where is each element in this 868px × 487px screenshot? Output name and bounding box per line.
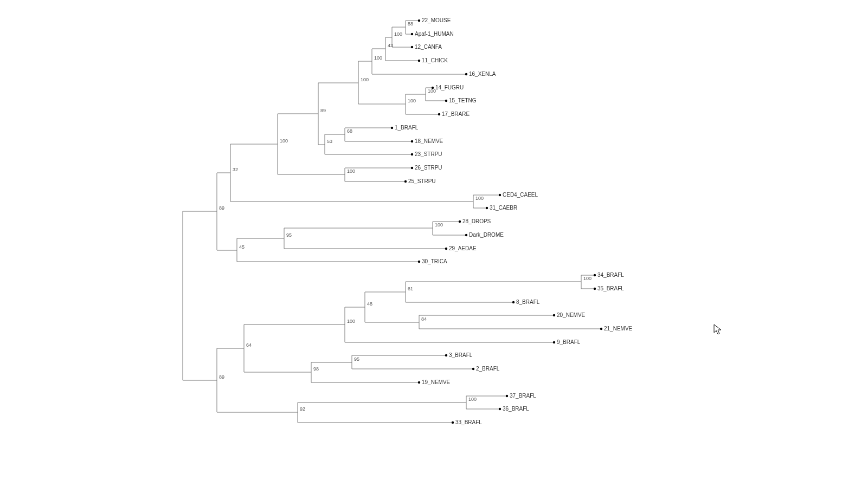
tree-branch (352, 355, 446, 362)
support-value: 100 (394, 31, 402, 37)
leaf-dot (411, 167, 413, 169)
support-value: 100 (583, 276, 591, 281)
leaf-label: Dark_DROME (469, 232, 504, 238)
tree-branch (183, 296, 217, 380)
leaf-dot (418, 60, 420, 62)
leaf-label: 20_NEMVE (557, 312, 586, 318)
leaf-dot (465, 73, 467, 75)
leaf-dot (499, 194, 501, 196)
leaf-label: 23_STRPU (415, 151, 442, 157)
tree-branch (406, 292, 513, 302)
phylogenetic-tree: 8810043100100100100685389100100100321009… (0, 0, 868, 487)
leaf-dot (594, 274, 596, 276)
tree-branch (426, 94, 446, 101)
leaf-dot (445, 100, 447, 102)
support-value: 95 (286, 232, 292, 238)
support-value: 100 (374, 55, 382, 61)
tree-branch (392, 37, 412, 47)
support-value: 48 (367, 301, 372, 307)
support-value: 32 (233, 167, 238, 172)
leaf-label: 3_BRAFL (449, 352, 473, 358)
leaf-label: 17_BRARE (442, 111, 470, 117)
tree-branch (406, 27, 412, 34)
leaf-label: 28_DROPS (462, 218, 491, 224)
tree-branch (298, 412, 453, 423)
tree-branch (433, 228, 466, 235)
tree-branch (183, 211, 217, 296)
leaf-dot (499, 408, 501, 410)
tree-branch (581, 282, 595, 289)
leaf-dot (594, 288, 596, 290)
leaf-dot (418, 20, 420, 22)
leaf-dot (391, 127, 393, 129)
leaf-dot (553, 341, 555, 343)
leaf-label: 21_NEMVE (604, 326, 633, 332)
tree-branch (298, 402, 466, 412)
leaf-dot (465, 234, 467, 236)
leaf-label: 36_BRAFL (503, 406, 529, 412)
leaf-dot (512, 301, 515, 303)
leaf-dot (411, 46, 413, 48)
tree-branch (473, 202, 487, 208)
support-value: 68 (347, 128, 352, 134)
leaf-label: CED4_CAEEL (503, 192, 538, 198)
leaf-label: 11_CHICK (422, 57, 448, 63)
tree-branch (237, 250, 419, 262)
support-value: 100 (347, 168, 355, 174)
leaf-dot (411, 140, 413, 142)
support-value: 43 (388, 43, 393, 48)
tree-branch (406, 282, 581, 292)
tree-branch (230, 173, 473, 202)
tree-branch (244, 348, 311, 372)
leaf-label: 26_STRPU (415, 165, 442, 171)
leaf-label: 1_BRAFL (395, 125, 419, 131)
tree-branch (278, 144, 345, 174)
leaf-label: 15_TETNG (449, 98, 477, 103)
leaf-label: 2_BRAFL (476, 366, 500, 372)
support-value: 100 (428, 88, 436, 94)
tree-branch (284, 228, 433, 238)
leaf-label: 12_CANFA (415, 44, 442, 50)
leaf-dot (445, 248, 447, 250)
support-value: 45 (239, 244, 245, 250)
tree-branch (358, 83, 406, 104)
tree-branch (284, 238, 446, 249)
tree-branch (466, 402, 500, 409)
tree-branch (318, 114, 325, 145)
leaf-label: 8_BRAFL (516, 299, 540, 305)
tree-branch (406, 104, 439, 114)
leaf-dot (418, 381, 420, 384)
tree-branch (217, 380, 298, 412)
leaf-dot (411, 153, 413, 155)
support-value: 95 (354, 356, 359, 362)
support-value: 100 (347, 319, 355, 324)
tree-branch (352, 362, 473, 369)
tree-branch (365, 307, 419, 322)
leaf-dot (506, 395, 508, 397)
leaf-dot (486, 207, 488, 209)
leaf-dot (600, 328, 602, 330)
tree-branch (345, 134, 412, 141)
leaf-label: 25_STRPU (408, 178, 436, 184)
leaf-label: Apaf-1_HUMAN (415, 31, 454, 37)
leaf-dot (438, 113, 440, 115)
support-value: 100 (280, 138, 288, 144)
leaf-label: 22_MOUSE (422, 17, 451, 23)
leaf-dot (452, 421, 454, 424)
support-value: 61 (408, 286, 413, 291)
leaf-dot (445, 354, 447, 356)
support-value: 64 (246, 342, 252, 348)
support-value: 89 (320, 108, 326, 113)
support-value: 89 (219, 205, 224, 211)
support-value: 100 (361, 77, 369, 82)
support-value: 88 (408, 21, 413, 27)
leaf-label: 30_TRICA (422, 258, 447, 264)
leaf-dot (459, 220, 461, 223)
support-value: 100 (475, 196, 484, 201)
leaf-label: 29_AEDAE (449, 245, 477, 251)
tree-branch (345, 174, 406, 181)
tree-branch (325, 145, 412, 154)
leaf-dot (472, 368, 474, 370)
leaf-dot (432, 87, 434, 89)
tree-branch (345, 324, 554, 342)
